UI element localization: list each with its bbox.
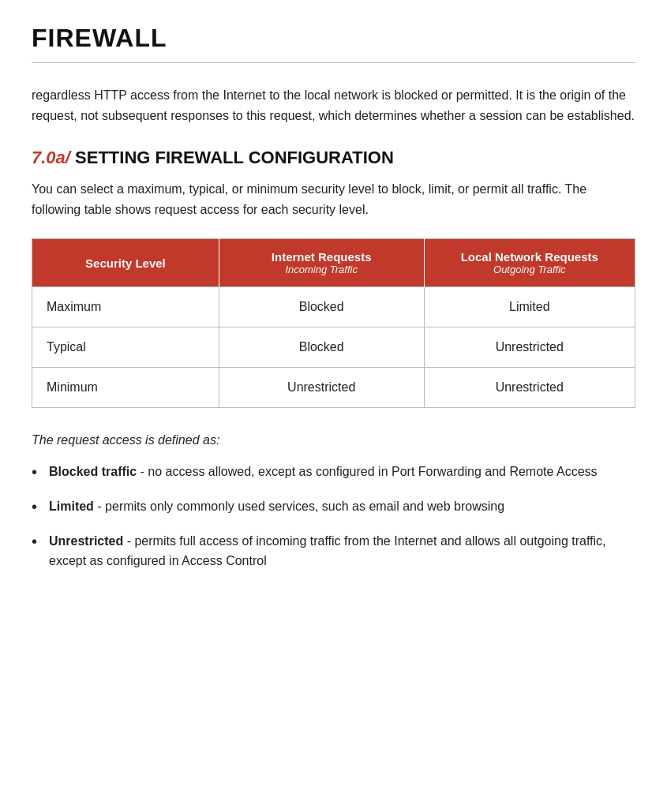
section-desc: You can select a maximum, typical, or mi… — [32, 179, 635, 219]
col-header-internet: Internet Requests Incoming Traffic — [219, 239, 424, 287]
divider — [32, 62, 635, 63]
table-cell-level: Minimum — [32, 368, 219, 408]
definitions-intro: The request access is defined as: — [32, 433, 635, 447]
section-heading-text: SETTING FIREWALL CONFIGURATION — [70, 148, 394, 167]
table-cell-level: Maximum — [32, 287, 219, 327]
table-cell-internet: Blocked — [219, 287, 424, 327]
section-heading: 7.0a/ SETTING FIREWALL CONFIGURATION — [32, 148, 635, 168]
definition-item: Unrestricted - permits full access of in… — [32, 531, 635, 571]
col-header-local: Local Network Requests Outgoing Traffic — [424, 239, 635, 287]
intro-text: regardless HTTP access from the Internet… — [32, 85, 635, 125]
table-cell-local: Unrestricted — [424, 327, 635, 368]
table-row: Typical Blocked Unrestricted — [32, 327, 635, 368]
definitions-list: Blocked traffic - no access allowed, exc… — [32, 462, 635, 571]
table-row: Maximum Blocked Limited — [32, 287, 635, 327]
section-num: 7.0a/ — [32, 148, 70, 167]
table-cell-internet: Unrestricted — [219, 368, 424, 408]
definition-item: Blocked traffic - no access allowed, exc… — [32, 462, 635, 482]
definition-item: Limited - permits only commonly used ser… — [32, 496, 635, 517]
firewall-table: Security Level Internet Requests Incomin… — [32, 238, 635, 408]
table-cell-level: Typical — [32, 327, 219, 368]
col-header-security: Security Level — [32, 239, 219, 287]
table-cell-internet: Blocked — [219, 327, 424, 368]
page-title: FIREWALL — [32, 24, 635, 53]
table-cell-local: Limited — [424, 287, 635, 327]
table-row: Minimum Unrestricted Unrestricted — [32, 368, 635, 408]
table-cell-local: Unrestricted — [424, 368, 635, 408]
